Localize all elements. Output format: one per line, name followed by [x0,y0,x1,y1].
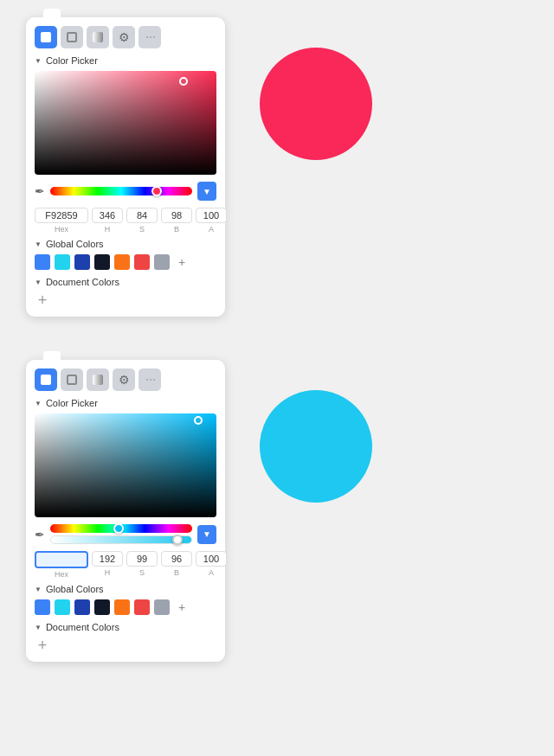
settings-icon[interactable]: ⚙ [113,26,135,48]
a-input-2[interactable] [196,551,227,567]
panel-top-icons-1: ⚙ ⋯ [35,26,216,48]
eyedropper-icon-2[interactable]: ✒ [35,528,45,541]
swatch-cyan-2[interactable] [55,599,70,615]
document-colors-label-2: Document Colors [46,622,119,632]
h-input-2[interactable] [92,551,123,567]
hue-thumb-2[interactable] [113,523,124,534]
swatch-darkblue-2[interactable] [74,599,90,615]
h-group-2: H [92,551,123,577]
panel-top-icons-2: ⚙ ⋯ [35,368,216,391]
settings-icon-2[interactable]: ⚙ [113,368,135,391]
document-colors-header-1[interactable]: ▼ Document Colors [35,277,216,287]
global-colors-label-1: Global Colors [46,239,104,249]
collapse-triangle-1: ▼ [35,57,42,65]
swatch-red-2[interactable] [134,599,150,615]
a-input-1[interactable] [196,208,227,223]
color-picker-panel-1: ⚙ ⋯ ▼ Color Picker ✒ ▼ Hex [26,17,225,317]
a-label-1: A [209,225,214,234]
swatch-cyan-1[interactable] [55,254,70,270]
swatch-red-1[interactable] [134,254,150,270]
s-input-1[interactable] [126,208,158,223]
global-colors-triangle-2: ▼ [35,586,42,593]
color-fill-icon-2[interactable] [35,368,57,391]
swatch-orange-1[interactable] [114,254,130,270]
hue-slider-2[interactable] [50,524,192,533]
b-input-2[interactable] [161,551,192,567]
svg-rect-4 [68,375,76,384]
a-group-2: A [196,551,227,577]
add-document-color-1[interactable]: + [35,292,50,308]
color-circle-2 [260,390,372,503]
b-label-2: B [174,568,179,577]
svg-rect-3 [41,375,51,385]
swatch-gray-1[interactable] [154,254,170,270]
stroke-icon[interactable] [61,26,83,48]
h-input-1[interactable] [92,208,123,223]
eyedropper-icon-1[interactable]: ✒ [35,184,45,198]
swatch-black-2[interactable] [94,599,110,615]
stroke-icon-2[interactable] [61,368,83,391]
opacity-slider-2[interactable] [50,535,192,544]
hex-input-1[interactable] [35,208,88,223]
hue-row-1: ✒ ▼ [35,182,216,201]
document-colors-header-2[interactable]: ▼ Document Colors [35,622,216,632]
panel-row-1: ⚙ ⋯ ▼ Color Picker ✒ ▼ Hex [26,17,528,317]
grid-icon-2[interactable]: ⋯ [138,368,161,391]
doc-colors-triangle-2: ▼ [35,624,42,631]
add-global-color-2[interactable]: + [174,599,190,615]
add-global-color-1[interactable]: + [174,254,190,270]
add-document-color-2[interactable]: + [35,637,50,653]
global-colors-header-2[interactable]: ▼ Global Colors [35,584,216,594]
gradient-icon[interactable] [87,26,109,48]
gradient-icon-2[interactable] [87,368,109,391]
color-picker-panel-2: ⚙ ⋯ ▼ Color Picker ✒ ▼ [26,360,225,662]
global-colors-triangle-1: ▼ [35,240,42,248]
color-picker-header-2[interactable]: ▼ Color Picker [35,398,216,408]
svg-rect-5 [93,375,103,385]
svg-rect-0 [41,32,51,42]
swatch-darkblue-1[interactable] [74,254,90,270]
swatch-orange-2[interactable] [114,599,130,615]
color-gradient-canvas-1[interactable] [35,71,216,175]
h-group-1: H [92,208,123,234]
document-colors-section-1: ▼ Document Colors + [35,277,216,308]
global-colors-label-2: Global Colors [46,584,104,594]
swatch-blue-1[interactable] [35,254,50,270]
svg-rect-2 [93,32,103,42]
s-label-2: S [139,568,145,577]
color-picker-header-1[interactable]: ▼ Color Picker [35,55,216,66]
dropdown-arrow-1[interactable]: ▼ [197,182,216,201]
swatch-gray-2[interactable] [154,599,170,615]
svg-rect-1 [68,33,76,42]
picker-handle-1[interactable] [179,77,188,86]
hue-thumb-1[interactable] [151,186,162,196]
opacity-thumb-2[interactable] [172,535,183,545]
hue-slider-1[interactable] [50,187,192,195]
b-label-1: B [174,225,179,234]
global-colors-section-1: ▼ Global Colors + [35,239,216,270]
picker-handle-2[interactable] [194,416,203,425]
swatch-black-1[interactable] [94,254,110,270]
color-gradient-canvas-2[interactable] [35,413,216,517]
hex-input-2[interactable] [35,551,88,568]
h-label-1: H [105,225,111,234]
color-picker-label-2: Color Picker [46,398,98,408]
color-circle-1 [260,48,372,160]
grid-icon[interactable]: ⋯ [138,26,161,48]
color-values-row-2: Hex H S B A [35,551,216,579]
b-input-1[interactable] [161,208,192,223]
color-fill-icon[interactable] [35,26,57,48]
global-colors-header-1[interactable]: ▼ Global Colors [35,239,216,249]
b-group-1: B [161,208,192,234]
global-color-swatches-1: + [35,254,216,270]
color-picker-label-1: Color Picker [46,55,98,66]
global-color-swatches-2: + [35,599,216,615]
panel-notch-2 [43,351,61,362]
hex-label-2: Hex [55,570,68,579]
dropdown-arrow-2[interactable]: ▼ [197,525,216,544]
a-label-2: A [209,568,214,577]
s-group-1: S [126,208,158,234]
s-input-2[interactable] [126,551,158,567]
swatch-blue-2[interactable] [35,599,50,615]
a-group-1: A [196,208,227,234]
